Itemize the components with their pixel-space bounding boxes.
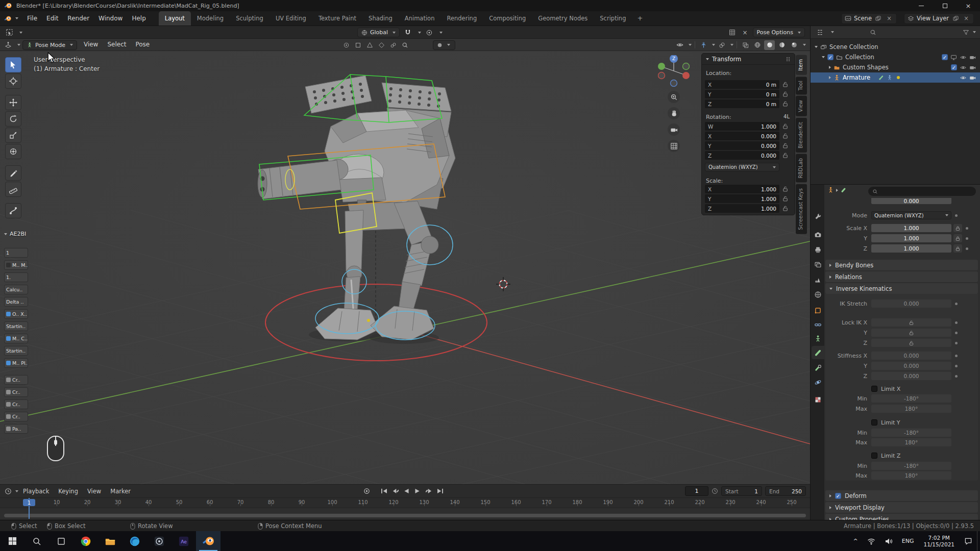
blender-menu-button[interactable] xyxy=(0,11,22,26)
3d-viewport[interactable]: User Perspective (1) Armature : Center A… xyxy=(0,51,810,484)
lock-open-icon[interactable] xyxy=(782,142,789,149)
tab-object-data[interactable] xyxy=(812,332,824,345)
eye-icon[interactable] xyxy=(960,64,967,71)
editor-type-button[interactable] xyxy=(3,40,13,50)
limit-z-min-field[interactable]: -180° xyxy=(871,462,951,470)
limit-x-max-field[interactable]: 180° xyxy=(871,405,951,413)
rotate-tool[interactable] xyxy=(5,111,21,127)
show-desktop-button[interactable] xyxy=(977,531,980,551)
outliner-row-collection[interactable]: ✓ Collection ✓ xyxy=(811,52,980,62)
location-field[interactable]: X0 m xyxy=(705,80,779,89)
outliner-search-button[interactable] xyxy=(868,28,878,37)
addon-panel-button[interactable]: M.. C.. xyxy=(4,334,28,343)
section-viewport-display[interactable]: Viewport Display xyxy=(825,502,978,513)
menu-item[interactable]: Select xyxy=(103,39,131,51)
rotation-mode-badge[interactable]: 4L xyxy=(783,114,790,119)
app-icon-file-explorer[interactable] xyxy=(98,531,122,551)
visibility-dropdown[interactable] xyxy=(675,40,685,50)
outliner-row-scene-collection[interactable]: Scene Collection xyxy=(811,42,980,52)
shading-rendered-button[interactable] xyxy=(789,40,799,50)
tab-object[interactable] xyxy=(812,304,824,317)
animate-dot[interactable] xyxy=(955,342,958,344)
action-center-button[interactable] xyxy=(960,531,977,551)
animate-dot[interactable] xyxy=(955,365,958,367)
playhead-frame-label[interactable]: 1 xyxy=(23,499,35,506)
addon-panel-button[interactable]: Startin.. xyxy=(4,346,28,356)
pan-button[interactable] xyxy=(668,107,680,119)
exclude-checkbox[interactable]: ✓ xyxy=(951,64,957,70)
workspace-tab[interactable]: Animation xyxy=(399,11,441,26)
proportional-editing-toggle[interactable] xyxy=(424,28,434,37)
close-tool-settings-button[interactable]: × xyxy=(740,28,750,37)
tab-output[interactable] xyxy=(812,243,824,256)
section-bendy-bones[interactable]: Bendy Bones xyxy=(825,260,978,270)
animate-dot[interactable] xyxy=(966,247,968,250)
zoom-button[interactable] xyxy=(668,91,680,103)
addon-panel-button[interactable]: Cr.. xyxy=(4,399,28,409)
armature-object-icon[interactable] xyxy=(827,187,834,193)
scene-selector[interactable]: Scene × xyxy=(841,13,897,24)
maximize-button[interactable] xyxy=(933,0,957,11)
xray-toggle[interactable] xyxy=(740,40,750,50)
scale-field[interactable]: X1.000 xyxy=(705,185,779,193)
rotation-z-field[interactable]: 0.000 xyxy=(871,198,951,204)
menu-item[interactable]: View xyxy=(83,488,106,495)
exclude-checkbox[interactable]: ✓ xyxy=(942,54,948,60)
viewport-toggle-icon[interactable] xyxy=(376,40,386,50)
tab-render[interactable] xyxy=(812,228,824,241)
scale-field[interactable]: Z1.000 xyxy=(705,204,779,213)
app-icon-chrome[interactable] xyxy=(74,531,98,551)
language-indicator[interactable]: ENG xyxy=(897,531,919,551)
auto-keying-toggle[interactable] xyxy=(361,486,372,496)
lock-open-icon[interactable] xyxy=(782,101,789,107)
active-tool-icon[interactable] xyxy=(4,28,14,37)
addon-panel-button[interactable]: Cr.. xyxy=(4,387,28,397)
rotation-field[interactable]: W1.000 xyxy=(705,122,779,131)
menu-item[interactable]: View xyxy=(79,39,103,51)
toggle-perspective-button[interactable] xyxy=(668,140,680,152)
mode-dropdown[interactable]: Pose Mode xyxy=(22,40,77,50)
limit-y-checkbox[interactable] xyxy=(871,419,877,425)
addon-panel-button[interactable]: Calcu.. xyxy=(4,285,28,294)
show-overlays-toggle[interactable] xyxy=(717,40,727,50)
camera-icon[interactable] xyxy=(969,54,976,61)
menu-item[interactable]: Marker xyxy=(106,488,135,495)
animate-dot[interactable] xyxy=(955,375,958,378)
bone-icon[interactable] xyxy=(840,187,847,193)
tab-tool[interactable] xyxy=(812,210,824,223)
tab-constraints[interactable] xyxy=(812,318,824,331)
lock-open-icon[interactable] xyxy=(782,133,789,139)
viewport-toggle-icon[interactable] xyxy=(388,40,398,50)
remove-view-layer-button[interactable]: × xyxy=(962,14,970,23)
section-deform[interactable]: ✓ Deform xyxy=(825,490,978,501)
scale-z-field[interactable]: 1.000 xyxy=(871,244,951,253)
task-view-button[interactable] xyxy=(49,531,74,551)
add-workspace-button[interactable]: + xyxy=(632,11,648,26)
neg-x-axis-ball[interactable] xyxy=(658,72,665,79)
lock-button[interactable] xyxy=(953,244,962,253)
menu-item[interactable]: Window xyxy=(94,11,127,26)
rotation-field[interactable]: Y0.000 xyxy=(705,141,779,150)
menu-item[interactable]: Pose xyxy=(131,39,154,51)
taskbar-clock[interactable]: 7:02 PM 11/15/2021 xyxy=(918,535,960,548)
addon-panel-button[interactable]: Delta .. xyxy=(4,297,28,307)
tray-expand-button[interactable]: ^ xyxy=(849,531,863,551)
addon-panel-button[interactable]: Pa.. xyxy=(4,424,28,434)
eye-icon[interactable] xyxy=(960,74,967,81)
timeline-scrollbar[interactable] xyxy=(4,514,806,517)
location-field[interactable]: Z0 m xyxy=(705,99,779,108)
expand-icon[interactable] xyxy=(815,46,818,48)
viewport-toggle-icon[interactable] xyxy=(364,40,375,50)
lock-open-icon[interactable] xyxy=(782,91,789,97)
x-axis-ball[interactable] xyxy=(682,72,690,79)
filter-button[interactable] xyxy=(961,28,971,37)
pose-options-dropdown[interactable]: Pose Options xyxy=(753,28,805,37)
limit-x-min-field[interactable]: -180° xyxy=(871,394,951,403)
view-layer-selector[interactable]: View Layer × xyxy=(904,13,974,24)
addon-panel-button[interactable]: M.. M.. xyxy=(4,260,28,270)
app-icon-media[interactable] xyxy=(147,531,172,551)
app-icon-after-effects[interactable]: Ae xyxy=(172,531,196,551)
scale-x-field[interactable]: 1.000 xyxy=(871,224,951,232)
workspace-tab[interactable]: Compositing xyxy=(483,11,532,26)
properties-search-field[interactable] xyxy=(868,187,976,196)
